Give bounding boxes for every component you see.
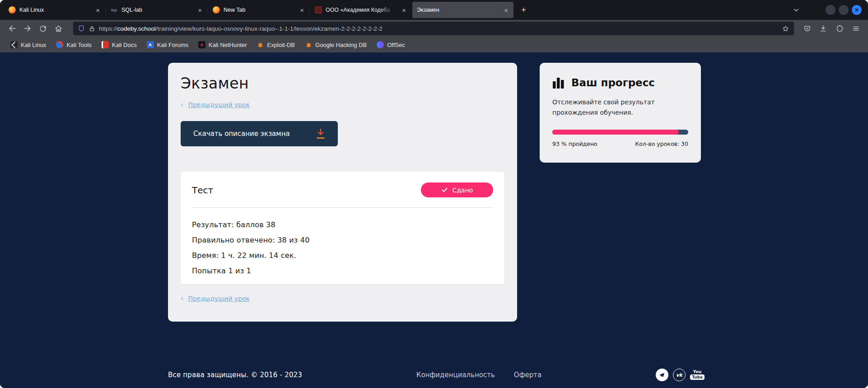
home-icon[interactable] xyxy=(51,22,65,35)
bookmark-label: Kali Forums xyxy=(157,42,188,48)
telegram-icon[interactable] xyxy=(656,369,668,381)
tab-close-icon[interactable]: × xyxy=(400,6,408,14)
previous-lesson-link-bottom[interactable]: ‹ Предыдущий урок xyxy=(181,295,504,302)
kali-linux-favicon-icon xyxy=(10,41,18,48)
kali-nethunter-favicon-icon xyxy=(198,41,205,48)
footer-links: Конфиденциальность Оферта xyxy=(416,371,541,379)
toolbar-right-icons xyxy=(800,22,863,35)
bar-chart-icon xyxy=(552,76,565,89)
youtube-icon[interactable]: You Tube xyxy=(690,370,705,380)
tab-close-icon[interactable]: × xyxy=(502,6,510,14)
list-all-tabs-chevron-icon[interactable] xyxy=(792,6,800,14)
progress-bar xyxy=(552,130,688,135)
offer-link[interactable]: Оферта xyxy=(514,371,541,379)
bookmark-offsec[interactable]: OffSec xyxy=(373,39,409,50)
bookmark-kali-nethunter[interactable]: Kali NetHunter xyxy=(194,39,251,50)
exam-card: Экзамен ‹ Предыдущий урок Скачать описан… xyxy=(168,63,517,322)
social-icons: vk You Tube xyxy=(656,369,705,381)
result-attempt: Попытка 1 из 1 xyxy=(192,266,493,275)
bookmark-label: Kali Linux xyxy=(21,42,46,48)
footer: Все права защищены. © 2016 - 2023 Конфид… xyxy=(168,362,705,388)
new-tab-button[interactable]: + xyxy=(517,3,531,17)
tab-codeby-academy[interactable]: ООО «Академия Кодеба × xyxy=(310,2,411,18)
tab-close-icon[interactable]: × xyxy=(298,6,306,14)
url-path: /training/view/kurs-laquo-osnovy-linux-r… xyxy=(156,25,383,32)
bookmark-kali-tools[interactable]: Kali Tools xyxy=(52,39,95,50)
bookmark-label: Google Hacking DB xyxy=(315,42,367,48)
url-bar[interactable]: https://codeby.school/training/view/kurs… xyxy=(73,22,794,35)
offsec-favicon-icon xyxy=(377,41,384,48)
firefox-favicon-icon xyxy=(213,6,220,14)
bookmark-label: Exploit-DB xyxy=(267,42,295,48)
vk-icon[interactable]: vk xyxy=(673,369,686,381)
window-close-button[interactable]: × xyxy=(852,5,862,15)
bookmark-kali-docs[interactable]: Kali Docs xyxy=(98,39,141,50)
tab-sql-lab[interactable]: SQL SQL-lab × xyxy=(106,2,207,18)
chevron-left-icon: ‹ xyxy=(181,101,183,108)
window-controls: × xyxy=(826,5,862,15)
tab-title: ООО «Академия Кодеба xyxy=(326,7,397,13)
bookmarks-bar: Kali Linux Kali Tools Kali Docs Kali For… xyxy=(0,37,868,52)
tracking-protection-shield-icon[interactable] xyxy=(78,25,85,32)
kali-forums-favicon-icon xyxy=(147,41,154,48)
test-result-card: Тест Сдано Результат: баллов 38 Правильн… xyxy=(181,172,504,284)
tab-title: Kali Linux xyxy=(19,7,90,13)
bookmark-google-hacking-db[interactable]: Google Hacking DB xyxy=(301,39,371,50)
test-results: Результат: баллов 38 Правильно отвечено:… xyxy=(192,220,493,275)
passed-badge-label: Сдано xyxy=(453,187,473,194)
bookmark-label: Kali Docs xyxy=(112,42,137,48)
tab-new-tab[interactable]: New Tab × xyxy=(208,2,309,18)
passed-status-badge: Сдано xyxy=(421,182,493,197)
bookmark-label: Kali NetHunter xyxy=(209,42,247,48)
bookmark-label: Kali Tools xyxy=(66,42,91,48)
back-icon[interactable] xyxy=(5,22,19,35)
download-arrow-icon xyxy=(315,128,326,140)
page-content: Экзамен ‹ Предыдущий урок Скачать описан… xyxy=(0,52,868,388)
forward-icon[interactable] xyxy=(21,22,34,35)
bookmark-kali-linux[interactable]: Kali Linux xyxy=(6,39,50,50)
firefox-favicon-icon xyxy=(9,6,16,14)
bookmark-kali-forums[interactable]: Kali Forums xyxy=(143,39,192,50)
sql-favicon-icon: SQL xyxy=(111,6,118,14)
progress-title: Ваш прогресс xyxy=(571,77,655,89)
tab-title: Экзамен xyxy=(417,7,499,13)
exploit-db-bug-favicon-icon xyxy=(257,41,264,48)
check-icon xyxy=(441,187,448,193)
url-domain: codeby.school xyxy=(117,25,156,32)
pocket-icon[interactable] xyxy=(800,22,814,35)
result-correct-answers: Правильно отвечено: 38 из 40 xyxy=(192,236,493,244)
tab-close-icon[interactable]: × xyxy=(196,6,204,14)
downloads-icon[interactable] xyxy=(817,22,830,35)
download-button-label: Скачать описание экзамна xyxy=(193,130,290,138)
bookmark-exploit-db[interactable]: Exploit-DB xyxy=(253,39,299,50)
bookmark-star-icon[interactable] xyxy=(782,25,789,33)
privacy-link[interactable]: Конфиденциальность xyxy=(416,371,495,379)
window-minimize-button[interactable] xyxy=(826,5,835,15)
tab-title: New Tab xyxy=(224,7,294,13)
lock-icon[interactable] xyxy=(89,25,95,32)
tab-close-icon[interactable]: × xyxy=(94,6,102,14)
kali-tools-favicon-icon xyxy=(56,41,63,48)
progress-fill xyxy=(552,130,679,135)
tab-kali-linux[interactable]: Kali Linux × xyxy=(4,2,105,18)
menu-hamburger-icon[interactable] xyxy=(849,22,863,35)
codeby-favicon-icon xyxy=(315,6,322,14)
reload-icon[interactable] xyxy=(36,22,50,35)
test-title: Тест xyxy=(192,185,213,196)
progress-percent-label: 93 % пройдено xyxy=(552,140,597,147)
tab-exam-active[interactable]: Экзамен × xyxy=(412,2,513,18)
progress-card: Ваш прогресс Отслеживайте свой результат… xyxy=(540,63,701,163)
tab-bar: Kali Linux × SQL SQL-lab × New Tab × ООО… xyxy=(0,0,868,20)
download-exam-description-button[interactable]: Скачать описание экзамна xyxy=(181,121,338,146)
tab-title: SQL-lab xyxy=(121,7,192,13)
copyright-text: Все права защищены. © 2016 - 2023 xyxy=(168,371,302,379)
window-maximize-button[interactable] xyxy=(839,5,849,15)
previous-lesson-link-label[interactable]: Предыдущий урок xyxy=(188,295,250,302)
url-text[interactable]: https://codeby.school/training/view/kurs… xyxy=(99,25,778,32)
previous-lesson-link-label[interactable]: Предыдущий урок xyxy=(188,101,250,108)
previous-lesson-link-top[interactable]: ‹ Предыдущий урок xyxy=(181,101,504,108)
browser-window: Kali Linux × SQL SQL-lab × New Tab × ООО… xyxy=(0,0,868,388)
bookmark-label: OffSec xyxy=(387,42,405,48)
result-time: Время: 1 ч. 22 мин. 14 сек. xyxy=(192,251,493,260)
extensions-puzzle-icon[interactable] xyxy=(833,22,846,35)
